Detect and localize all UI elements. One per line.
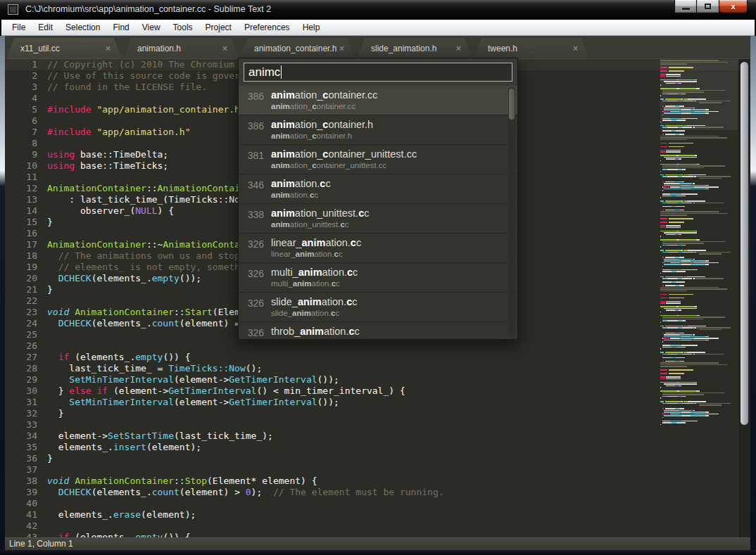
minimize-button[interactable] xyxy=(674,0,697,13)
result-text: animation_container_unittest.ccanimation… xyxy=(271,145,417,174)
result-filename: animation_container.cc xyxy=(271,86,378,101)
overlay-scrollbar-thumb[interactable] xyxy=(509,89,515,120)
line-number: 36 xyxy=(5,453,37,464)
tab-tween-h[interactable]: tween.h× xyxy=(474,38,589,59)
code-line[interactable]: 29 SetMinTimerInterval(element->GetTimer… xyxy=(5,374,750,385)
tab-slide_animation-h[interactable]: slide_animation.h× xyxy=(357,38,472,59)
result-filepath: animation_container_unittest.cc xyxy=(271,161,417,170)
code-line[interactable]: 43 if (elements_.empty()) { xyxy=(5,532,750,537)
result-line-count: 386 xyxy=(239,86,264,115)
code-line[interactable]: 28 last_tick_time_ = TimeTicks::Now(); xyxy=(5,363,750,374)
tab-x11_util-cc[interactable]: x11_util.cc× xyxy=(6,38,122,59)
tab-animation_container-h[interactable]: animation_container.h× xyxy=(240,38,355,59)
line-text: // found in the LICENSE file. xyxy=(47,82,207,93)
goto-result-item[interactable]: 338animation_unittest.ccanimation_unitte… xyxy=(239,204,517,234)
editor-scrollbar-thumb[interactable] xyxy=(741,62,748,425)
code-line[interactable]: 37 xyxy=(5,464,750,476)
tab-bar: x11_util.cc×animation.h×animation_contai… xyxy=(5,36,750,59)
line-text: void AnimationContainer::Stop(Element* e… xyxy=(47,476,317,487)
tab-close-icon[interactable]: × xyxy=(339,38,344,59)
minimap[interactable] xyxy=(660,60,738,430)
line-text: using base::TimeDelta; xyxy=(47,149,168,160)
line-number: 28 xyxy=(5,363,37,374)
tab-close-icon[interactable]: × xyxy=(106,38,111,59)
line-number: 33 xyxy=(5,419,37,430)
code-line[interactable]: 42 xyxy=(5,521,750,532)
line-number: 16 xyxy=(5,228,37,239)
result-filepath: multi_animation.cc xyxy=(271,279,358,288)
title-bar[interactable]: C:\J\chromium\src\app\animation_containe… xyxy=(0,0,756,20)
code-line[interactable]: 41 elements_.erase(element); xyxy=(5,509,750,521)
line-text: DCHECK(elements_.count(element) > 0); //… xyxy=(47,487,444,498)
tab-close-icon[interactable]: × xyxy=(573,38,578,59)
line-number: 34 xyxy=(5,430,37,442)
code-line[interactable]: 33 xyxy=(5,419,750,430)
goto-result-item[interactable]: 346animation.ccanimation.cc xyxy=(239,174,517,204)
result-filename: animation_container.h xyxy=(271,115,373,130)
line-number: 10 xyxy=(5,160,37,172)
line-text: } xyxy=(47,217,53,228)
line-text: elements_.insert(element); xyxy=(47,442,201,453)
line-number: 14 xyxy=(5,205,37,217)
line-number: 40 xyxy=(5,498,37,509)
tab-close-icon[interactable]: × xyxy=(456,38,461,59)
text-caret xyxy=(281,65,282,79)
code-line[interactable]: 31 SetMinTimerInterval(element->GetTimer… xyxy=(5,397,750,408)
menu-item-file[interactable]: File xyxy=(6,20,32,35)
goto-result-item[interactable]: 326multi_animation.ccmulti_animation.cc xyxy=(239,263,517,293)
menu-item-edit[interactable]: Edit xyxy=(32,20,59,35)
result-filename: animation.cc xyxy=(271,174,331,189)
line-number: 6 xyxy=(5,115,37,127)
line-text: observer_(NULL) { xyxy=(47,205,174,217)
goto-anything-input[interactable]: animc xyxy=(244,63,512,82)
result-text: animation_container.hanimation_container… xyxy=(271,115,373,144)
code-line[interactable]: 34 element->SetStartTime(last_tick_time_… xyxy=(5,430,750,442)
menu-item-preferences[interactable]: Preferences xyxy=(238,20,296,35)
line-text: DCHECK(elements_.empty()); xyxy=(47,273,201,284)
result-text: animation_container.ccanimation_containe… xyxy=(271,86,378,115)
code-line[interactable]: 32 } xyxy=(5,408,750,419)
result-line-count: 386 xyxy=(239,115,264,144)
result-filename: slide_animation.cc xyxy=(271,293,358,307)
close-button[interactable]: x xyxy=(719,0,748,13)
goto-result-item[interactable]: 326linear_animation.cclinear_animation.c… xyxy=(239,234,517,263)
menu-item-find[interactable]: Find xyxy=(106,20,135,35)
editor-scrollbar[interactable] xyxy=(739,59,750,537)
menu-item-tools[interactable]: Tools xyxy=(167,20,199,35)
code-line[interactable]: 35 elements_.insert(element); xyxy=(5,442,750,453)
result-text: slide_animation.ccslide_animation.cc xyxy=(271,293,358,321)
menu-item-help[interactable]: Help xyxy=(296,20,327,35)
line-number: 24 xyxy=(5,318,37,329)
line-number: 30 xyxy=(5,385,37,397)
result-line-count: 326 xyxy=(239,263,264,292)
tab-close-icon[interactable]: × xyxy=(222,38,227,59)
line-number: 8 xyxy=(5,138,37,149)
goto-result-item[interactable]: 381animation_container_unittest.ccanimat… xyxy=(239,145,517,174)
line-text: element->SetStartTime(last_tick_time_); xyxy=(47,430,273,442)
goto-result-item[interactable]: 326slide_animation.ccslide_animation.cc xyxy=(239,293,517,322)
goto-result-item[interactable]: 326throb_animation.ccthrob_animation.cc xyxy=(239,322,517,339)
line-text: } xyxy=(47,284,53,295)
code-line[interactable]: 26 xyxy=(5,340,750,352)
goto-anything-overlay: animc 386animation_container.ccanimation… xyxy=(238,58,518,340)
line-text: : last_tick_time_(TimeTicks::Now()), xyxy=(47,194,267,205)
code-line[interactable]: 36} xyxy=(5,453,750,464)
window-title: C:\J\chromium\src\app\animation_containe… xyxy=(25,0,271,19)
result-line-count: 326 xyxy=(239,293,264,321)
maximize-button[interactable] xyxy=(697,0,719,13)
goto-result-item[interactable]: 386animation_container.ccanimation_conta… xyxy=(239,86,517,115)
code-line[interactable]: 30 } else if (element->GetTimerInterval(… xyxy=(5,385,750,397)
code-line[interactable]: 39 DCHECK(elements_.count(element) > 0);… xyxy=(5,487,750,498)
code-line[interactable]: 38void AnimationContainer::Stop(Element*… xyxy=(5,476,750,487)
menu-item-selection[interactable]: Selection xyxy=(59,20,106,35)
overlay-scrollbar-track[interactable] xyxy=(508,87,515,337)
menu-item-view[interactable]: View xyxy=(136,20,167,35)
menu-item-project[interactable]: Project xyxy=(199,20,238,35)
line-number: 7 xyxy=(5,127,37,138)
goto-result-item[interactable]: 386animation_container.hanimation_contai… xyxy=(239,115,517,145)
line-number: 43 xyxy=(5,532,37,537)
code-line[interactable]: 27 if (elements_.empty()) { xyxy=(5,352,750,363)
line-text: if (elements_.empty()) { xyxy=(47,352,191,363)
tab-animation-h[interactable]: animation.h× xyxy=(123,38,239,59)
code-line[interactable]: 40 xyxy=(5,498,750,509)
